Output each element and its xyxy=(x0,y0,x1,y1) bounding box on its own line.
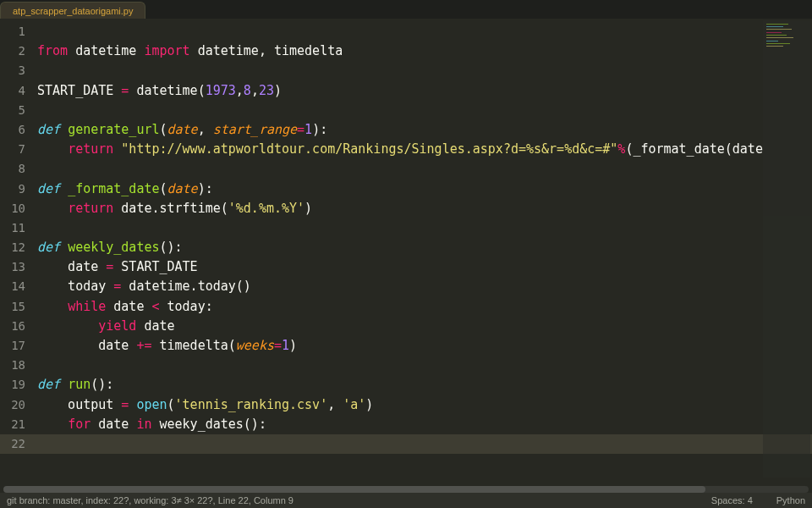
code-token: ): xyxy=(198,181,213,196)
code-line[interactable]: return "http://www.atpworldtour.com/Rank… xyxy=(37,140,812,159)
code-line[interactable] xyxy=(37,22,812,41)
line-number: 20 xyxy=(0,395,32,415)
code-token: while xyxy=(68,299,106,314)
code-token xyxy=(37,417,68,432)
minimap-mark xyxy=(766,29,792,30)
horizontal-scrollbar[interactable] xyxy=(3,486,809,493)
line-number: 17 xyxy=(0,336,32,356)
code-token: 'tennis_ranking.csv' xyxy=(175,397,328,412)
code-token: = xyxy=(274,338,282,353)
code-token: ): xyxy=(312,122,327,137)
status-spaces[interactable]: Spaces: 4 xyxy=(711,495,753,505)
code-token xyxy=(37,141,68,157)
code-line[interactable]: for date in weeky_dates(): xyxy=(37,415,812,434)
code-line[interactable] xyxy=(37,61,812,80)
code-token: , xyxy=(327,397,343,412)
line-number: 6 xyxy=(0,120,32,140)
code-token: , xyxy=(198,122,213,137)
code-token xyxy=(60,240,68,255)
status-bar: git branch: master, index: 22?, working:… xyxy=(0,493,812,508)
line-number: 2 xyxy=(0,41,32,61)
code-line[interactable]: yield date xyxy=(37,317,812,336)
code-line[interactable] xyxy=(37,159,812,179)
code-token: datetime xyxy=(68,43,144,58)
code-token: "http://www.atpworldtour.com/Rankings/Si… xyxy=(121,141,617,157)
code-line[interactable] xyxy=(37,356,812,375)
code-line[interactable]: def generate_url(date, start_range=1): xyxy=(37,120,812,140)
minimap-mark xyxy=(766,35,787,36)
line-number: 8 xyxy=(0,159,32,179)
code-line[interactable]: date += timedelta(weeks=1) xyxy=(37,336,812,356)
code-line[interactable]: date = START_DATE xyxy=(37,257,812,277)
code-token: (): xyxy=(91,377,113,392)
code-token: ( xyxy=(167,397,175,412)
code-token xyxy=(37,299,68,314)
code-token: 23 xyxy=(259,83,274,98)
code-token: import xyxy=(144,43,189,58)
status-language[interactable]: Python xyxy=(776,495,805,505)
code-token: date xyxy=(167,181,198,196)
code-token: def xyxy=(37,122,60,137)
code-line[interactable] xyxy=(37,101,812,120)
code-line[interactable]: today = datetime.today() xyxy=(37,277,812,296)
code-token: open xyxy=(136,397,167,412)
code-token: = xyxy=(106,259,113,274)
code-token: += xyxy=(136,338,151,353)
line-number: 13 xyxy=(0,257,32,277)
code-token: _format_date xyxy=(68,181,159,196)
file-tab[interactable]: atp_scrapper_dataorigami.py xyxy=(0,2,145,19)
code-token: = xyxy=(113,279,121,294)
code-line[interactable]: def _format_date(date): xyxy=(37,179,812,199)
line-number: 5 xyxy=(0,101,32,120)
code-token: start_range xyxy=(213,122,297,137)
horizontal-scrollbar-thumb[interactable] xyxy=(3,486,705,493)
code-token: 'a' xyxy=(343,397,365,412)
code-token: datetime, timedelta xyxy=(190,43,343,58)
code-line[interactable] xyxy=(32,434,812,454)
line-number: 16 xyxy=(0,317,32,336)
code-token: 1973 xyxy=(206,83,236,98)
code-token: '%d.%m.%Y' xyxy=(228,201,304,216)
code-token: ) xyxy=(365,397,373,412)
code-line[interactable]: def weekly_dates(): xyxy=(37,238,812,257)
line-number: 10 xyxy=(0,199,32,218)
code-token: for xyxy=(68,417,91,432)
code-line[interactable]: return date.strftime('%d.%m.%Y') xyxy=(37,199,812,218)
code-token: date xyxy=(167,122,198,137)
code-token: from xyxy=(37,43,68,58)
minimap[interactable] xyxy=(763,20,810,478)
code-token xyxy=(60,377,68,392)
code-token: ( xyxy=(160,181,167,196)
minimap-mark xyxy=(766,41,778,41)
code-line[interactable]: output = open('tennis_ranking.csv', 'a') xyxy=(37,395,812,415)
line-number: 18 xyxy=(0,356,32,375)
code-line[interactable]: while date < today: xyxy=(37,297,812,317)
code-token: generate_url xyxy=(68,122,159,137)
tab-bar: atp_scrapper_dataorigami.py xyxy=(0,0,812,19)
code-token: weeky_dates(): xyxy=(151,417,266,432)
code-token: date xyxy=(106,299,151,314)
code-token: def xyxy=(37,181,60,196)
code-line[interactable]: from datetime import datetime, timedelta xyxy=(37,41,812,61)
minimap-mark xyxy=(766,43,790,44)
code-token: START_DATE xyxy=(113,259,197,274)
code-line[interactable] xyxy=(37,218,812,238)
code-token: , xyxy=(251,83,259,98)
code-token: date xyxy=(91,417,136,432)
code-token: ( xyxy=(160,122,167,137)
code-token: return xyxy=(68,141,113,157)
code-token: 8 xyxy=(244,83,251,98)
code-line[interactable]: def run(): xyxy=(37,375,812,395)
editor-pane[interactable]: 12345678910111213141516171819202122 from… xyxy=(0,19,812,489)
code-token: ) xyxy=(304,201,312,216)
code-token: in xyxy=(136,417,151,432)
line-number-gutter: 12345678910111213141516171819202122 xyxy=(0,19,32,489)
code-token: date.strftime( xyxy=(113,201,228,216)
code-token: weeks xyxy=(236,338,274,353)
code-area[interactable]: from datetime import datetime, timedelta… xyxy=(32,19,812,489)
file-tab-label: atp_scrapper_dataorigami.py xyxy=(13,6,133,16)
code-line[interactable]: START_DATE = datetime(1973,8,23) xyxy=(37,81,812,101)
minimap-mark xyxy=(766,32,782,33)
code-token: output xyxy=(37,397,121,412)
code-token: date xyxy=(37,338,136,353)
